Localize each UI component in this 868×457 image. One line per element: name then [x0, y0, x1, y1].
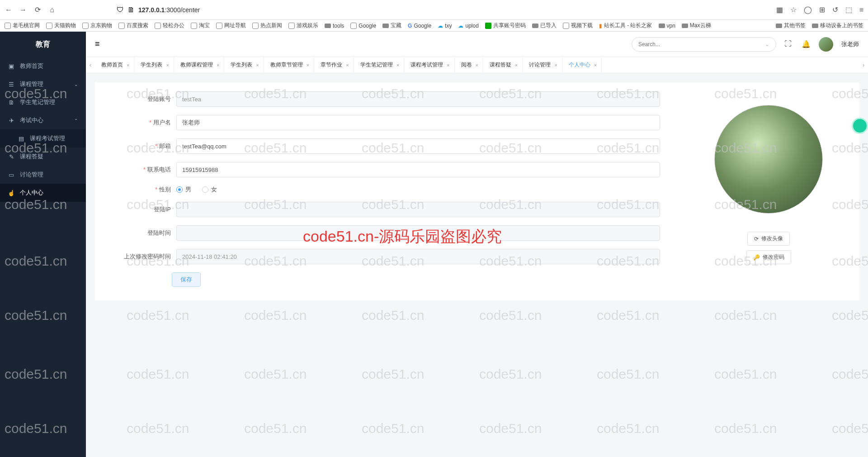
sidebar-item[interactable]: ▣教师首页 — [0, 57, 86, 75]
email-field[interactable] — [176, 138, 660, 154]
tab[interactable]: 学生列表× — [224, 57, 264, 73]
sidebar-item[interactable]: ✎课程答疑 — [0, 148, 86, 166]
save-button[interactable]: 保存 — [172, 272, 201, 287]
tab[interactable]: 阅卷× — [455, 57, 483, 73]
tabs-scroll-right-icon[interactable]: › — [859, 62, 868, 68]
bookmark-item[interactable]: 老毛桃官网 — [5, 22, 40, 29]
url-path: :3000/center — [165, 6, 200, 14]
tabs-bar: ‹ 教师首页×学生列表×教师课程管理×学生列表×教师章节管理×章节作业×学生笔记… — [86, 57, 868, 73]
tab[interactable]: 学生列表× — [134, 57, 174, 73]
avatar[interactable] — [819, 37, 833, 52]
close-icon[interactable]: × — [515, 62, 518, 68]
bookmark-item[interactable]: vpn — [659, 23, 675, 29]
gender-label: 性别 — [113, 186, 176, 194]
address-bar[interactable]: 🛡 🗎 127.0.0.1:3000/center — [117, 6, 573, 14]
bell-icon[interactable]: 🔔 — [802, 40, 811, 49]
close-icon[interactable]: × — [396, 62, 399, 68]
sidebar-item[interactable]: ▭讨论管理 — [0, 166, 86, 184]
email-label: 邮箱 — [113, 142, 176, 150]
bookmark-item[interactable]: ☁txy — [438, 23, 452, 29]
search-dropdown-icon[interactable]: ⌄ — [765, 41, 769, 48]
account-icon[interactable]: ◯ — [804, 5, 812, 14]
gender-female-radio[interactable]: 女 — [202, 186, 217, 194]
bookmark-item[interactable]: 其他书签 — [776, 22, 806, 29]
fullscreen-icon[interactable]: ⛶ — [784, 40, 793, 49]
username-field[interactable] — [176, 115, 660, 130]
tab[interactable]: 教师课程管理× — [174, 57, 224, 73]
login-ip-field — [176, 202, 660, 217]
close-icon[interactable]: × — [346, 62, 349, 68]
sidebar-item[interactable]: ☝个人中心 — [0, 184, 86, 202]
close-icon[interactable]: × — [217, 62, 219, 68]
bookmark-item[interactable]: 共享账号密码 — [485, 22, 526, 29]
forward-icon[interactable]: → — [19, 6, 27, 14]
bookmark-item[interactable]: Google — [350, 23, 376, 29]
username-field-label: 用户名 — [113, 119, 176, 127]
reload-icon[interactable]: ⟳ — [33, 6, 42, 14]
search-input[interactable] — [638, 41, 765, 48]
upload-icon: ⟳ — [754, 236, 759, 242]
gender-male-radio[interactable]: 男 — [176, 186, 191, 194]
tab[interactable]: 课程答疑× — [483, 57, 523, 73]
bookmark-item[interactable]: ▮站长工具 - 站长之家 — [599, 22, 652, 29]
bookmark-item[interactable]: 热点新闻 — [252, 22, 282, 29]
login-ip-label: 登陆IP — [113, 205, 176, 214]
bookmark-item[interactable]: 淘宝 — [191, 22, 210, 29]
bookmark-item[interactable]: 天猫购物 — [46, 22, 76, 29]
bookmark-item[interactable]: ☁uplod — [458, 23, 478, 29]
close-icon[interactable]: × — [447, 62, 449, 68]
bookmark-item[interactable]: Max云梯 — [682, 22, 711, 29]
tab[interactable]: 讨论管理× — [523, 57, 562, 73]
tab[interactable]: 课程考试管理× — [404, 57, 454, 73]
close-icon[interactable]: × — [307, 62, 309, 68]
bookmark-item[interactable]: 百度搜索 — [118, 22, 148, 29]
star-icon[interactable]: ☆ — [790, 5, 797, 14]
back-icon[interactable]: ← — [5, 6, 13, 14]
bookmark-item[interactable]: 视频下载 — [563, 22, 593, 29]
browser-navbar: ← → ⟳ ⌂ 🛡 🗎 127.0.0.1:3000/center ▦ ☆ ◯ … — [0, 0, 868, 20]
bookmark-item[interactable]: 移动设备上的书签 — [812, 22, 863, 29]
search-box[interactable]: ⌄ — [632, 37, 776, 52]
sidebar-item[interactable]: ☰课程管理⌄ — [0, 75, 86, 93]
nav-icon: ✎ — [8, 153, 14, 160]
bookmark-item[interactable]: 轻松办公 — [155, 22, 184, 29]
bookmark-item[interactable]: GGoogle — [408, 23, 431, 29]
tab[interactable]: 学生笔记管理× — [354, 57, 404, 73]
bookmark-item[interactable]: 已导入 — [532, 22, 557, 29]
hamburger-icon[interactable]: ≡ — [95, 39, 100, 49]
undo-icon[interactable]: ↺ — [832, 5, 838, 14]
close-icon[interactable]: × — [554, 62, 557, 68]
tab[interactable]: 教师章节管理× — [264, 57, 314, 73]
bookmark-item[interactable]: 网址导航 — [216, 22, 246, 29]
close-icon[interactable]: × — [166, 62, 169, 68]
close-icon[interactable]: × — [476, 62, 478, 68]
key-icon: 🔑 — [753, 254, 760, 261]
floating-widget[interactable] — [852, 118, 868, 134]
chevron-up-icon: ⌃ — [74, 118, 78, 123]
tabs-scroll-left-icon[interactable]: ‹ — [86, 62, 95, 68]
phone-field[interactable] — [176, 162, 660, 177]
bookmark-item[interactable]: 游戏娱乐 — [288, 22, 318, 29]
extensions-icon[interactable]: ⊞ — [819, 5, 825, 14]
sidebar-item[interactable]: ✈考试中心⌃ — [0, 111, 86, 129]
sidebar-item[interactable]: ▤课程考试管理 — [0, 129, 86, 148]
sidebar-item[interactable]: 🗎学生笔记管理 — [0, 93, 86, 111]
login-time-field — [176, 225, 660, 241]
chevron-down-icon: ⌄ — [74, 82, 78, 87]
tab[interactable]: 教师首页× — [95, 57, 134, 73]
qr-icon[interactable]: ▦ — [776, 5, 783, 14]
bookmark-item[interactable]: tools — [325, 23, 344, 29]
bookmark-item[interactable]: 宝藏 — [382, 22, 401, 29]
close-icon[interactable]: × — [127, 62, 129, 68]
nav-icon: ▤ — [18, 135, 24, 142]
change-password-button[interactable]: 🔑修改密码 — [746, 250, 791, 264]
close-icon[interactable]: × — [594, 62, 597, 68]
tab[interactable]: 个人中心× — [562, 57, 602, 73]
menu-icon[interactable]: ≡ — [859, 6, 863, 14]
bookmark-item[interactable]: 京东购物 — [82, 22, 112, 29]
close-icon[interactable]: × — [256, 62, 259, 68]
download-icon[interactable]: ⬚ — [845, 5, 852, 14]
change-avatar-button[interactable]: ⟳修改头像 — [747, 232, 790, 246]
tab[interactable]: 章节作业× — [314, 57, 354, 73]
home-icon[interactable]: ⌂ — [48, 6, 56, 14]
